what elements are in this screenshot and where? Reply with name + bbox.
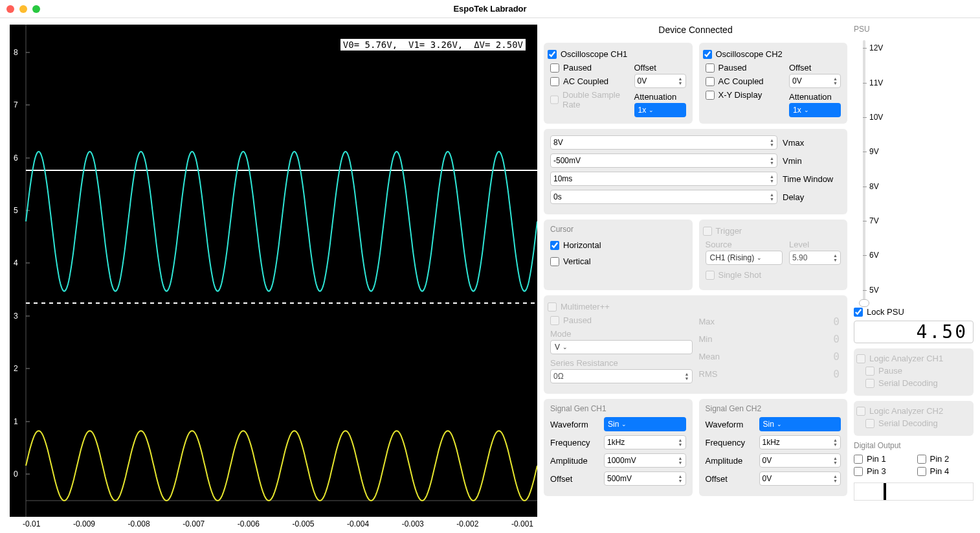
y-tick: 7: [14, 100, 18, 109]
trigger-level-input: ▲▼: [789, 251, 841, 265]
digital-pin1[interactable]: [854, 455, 863, 464]
y-tick: 0: [14, 470, 18, 479]
y-tick: 5: [14, 206, 18, 215]
fullscreen-icon[interactable]: [32, 5, 40, 13]
x-tick: -0.007: [183, 519, 205, 528]
la1-pause: [865, 367, 874, 376]
trigger-enable[interactable]: [703, 227, 712, 236]
sig1-offset-input[interactable]: ▲▼: [604, 471, 686, 486]
ch1-double-sample: [550, 95, 559, 104]
trigger-single-shot: [706, 271, 715, 280]
y-tick: 8: [14, 48, 18, 57]
window-title: EspoTek Labrador: [0, 4, 980, 14]
x-axis: -0.01 -0.009 -0.008 -0.007 -0.006 -0.005…: [10, 517, 537, 528]
cursor-vertical[interactable]: [550, 257, 559, 266]
ch1-paused[interactable]: [550, 63, 559, 73]
ch1-ac-coupled[interactable]: [550, 77, 559, 86]
digital-output-preview: [854, 482, 974, 501]
psu-title: PSU: [854, 25, 974, 34]
digital-pin3[interactable]: [854, 467, 863, 476]
x-tick: -0.009: [73, 519, 95, 528]
device-status: Device Connected: [544, 25, 847, 35]
mm-max-value: 0: [833, 315, 841, 328]
logic-analyzer-ch2-group: Logic Analyzer CH2 Serial Decoding: [854, 401, 974, 436]
digital-pin2[interactable]: [917, 455, 926, 464]
vmax-input[interactable]: ▲▼: [550, 135, 777, 150]
mm-paused: [550, 316, 559, 325]
ch1-atten-select[interactable]: 1x⌄: [634, 103, 686, 117]
ch2-atten-select[interactable]: 1x⌄: [789, 103, 841, 117]
x-tick: -0.002: [456, 519, 478, 528]
cursor-horizontal[interactable]: [550, 241, 559, 250]
y-tick: 4: [14, 258, 18, 267]
sig1-waveform-select[interactable]: Sin⌄: [604, 417, 686, 431]
trigger-group: Trigger Source CH1 (Rising)⌄ Single Shot…: [699, 220, 848, 290]
minimize-icon[interactable]: [19, 5, 27, 13]
scope-ch1-title: Oscilloscope CH1: [561, 49, 627, 59]
ch2-ac-coupled[interactable]: [706, 77, 715, 86]
psu-slider[interactable]: 12V 11V 10V 9V 8V 7V 6V 5V: [863, 38, 974, 303]
siggen-ch1-group: Signal Gen CH1 WaveformSin⌄ Frequency▲▼ …: [544, 399, 693, 496]
trigger-source-select: CH1 (Rising)⌄: [706, 251, 783, 265]
psu-slider-thumb[interactable]: [859, 299, 869, 307]
cursor-group: Cursor Horizontal Vertical: [544, 220, 693, 290]
x-tick: -0.008: [128, 519, 150, 528]
scope-ch2-group: Oscilloscope CH2 Paused AC Coupled X-Y D…: [699, 43, 848, 124]
vmin-input[interactable]: ▲▼: [550, 153, 777, 168]
logic-analyzer-ch1-group: Logic Analyzer CH1 Pause Serial Decoding: [854, 348, 974, 396]
scope-ch1-group: Oscilloscope CH1 Paused AC Coupled Doubl…: [544, 43, 693, 124]
scope-ch2-enable[interactable]: [703, 50, 712, 59]
y-tick: 6: [14, 153, 18, 163]
sig2-waveform-select[interactable]: Sin⌄: [759, 417, 841, 431]
ch2-paused[interactable]: [706, 63, 715, 73]
x-tick: -0.01: [23, 519, 40, 528]
scope-ch2-title: Oscilloscope CH2: [716, 49, 783, 59]
delay-input[interactable]: ▲▼: [550, 190, 777, 204]
oscilloscope-plot[interactable]: V0= 5.76V, V1= 3.26V, ΔV= 2.50V 8 7 6 5 …: [10, 25, 537, 517]
y-tick: 2: [14, 364, 18, 373]
digital-output-group: Digital Output Pin 1 Pin 2 Pin 3 Pin 4: [854, 441, 974, 501]
la2-enable[interactable]: [856, 407, 865, 416]
psu-voltage-display: 4.50: [854, 321, 974, 343]
mm-mode-select: V⌄: [550, 340, 693, 354]
la1-enable[interactable]: [856, 354, 865, 363]
x-tick: -0.005: [292, 519, 314, 528]
sig1-freq-input[interactable]: ▲▼: [604, 435, 686, 449]
ch2-offset-input[interactable]: ▲▼: [789, 74, 841, 88]
x-tick: -0.006: [238, 519, 260, 528]
y-tick: 1: [14, 417, 18, 426]
cursor-readout: V0= 5.76V, V1= 3.26V, ΔV= 2.50V: [340, 39, 526, 51]
lock-psu[interactable]: [854, 308, 863, 317]
sig2-offset-input[interactable]: ▲▼: [759, 471, 841, 486]
ch1-offset-input[interactable]: ▲▼: [634, 74, 686, 88]
multimeter-enable[interactable]: [548, 302, 557, 312]
timewindow-input[interactable]: ▲▼: [550, 172, 777, 186]
x-tick: -0.004: [347, 519, 369, 528]
la1-serial-decoding: [865, 379, 874, 388]
y-tick: 3: [14, 312, 18, 321]
x-tick: -0.001: [511, 519, 533, 528]
siggen-ch2-group: Signal Gen CH2 WaveformSin⌄ Frequency▲▼ …: [699, 399, 848, 496]
sig1-amp-input[interactable]: ▲▼: [604, 453, 686, 468]
la2-serial-decoding: [865, 419, 874, 428]
x-tick: -0.003: [402, 519, 424, 528]
close-icon[interactable]: [6, 5, 14, 13]
mm-series-res-input: ▲▼: [550, 369, 693, 383]
mm-mean-value: 0: [833, 350, 841, 363]
multimeter-group: Multimeter++ Paused Mode V⌄ Series Resis…: [544, 295, 847, 394]
digital-pin4[interactable]: [917, 467, 926, 476]
mm-rms-value: 0: [833, 368, 841, 380]
titlebar: EspoTek Labrador: [0, 0, 980, 18]
ch2-xy-display[interactable]: [706, 91, 715, 100]
mm-min-value: 0: [833, 333, 841, 345]
sig2-amp-input[interactable]: ▲▼: [759, 453, 841, 468]
range-group: ▲▼Vmax ▲▼Vmin ▲▼Time Window ▲▼Delay: [544, 129, 847, 214]
sig2-freq-input[interactable]: ▲▼: [759, 435, 841, 449]
scope-ch1-enable[interactable]: [548, 50, 557, 59]
